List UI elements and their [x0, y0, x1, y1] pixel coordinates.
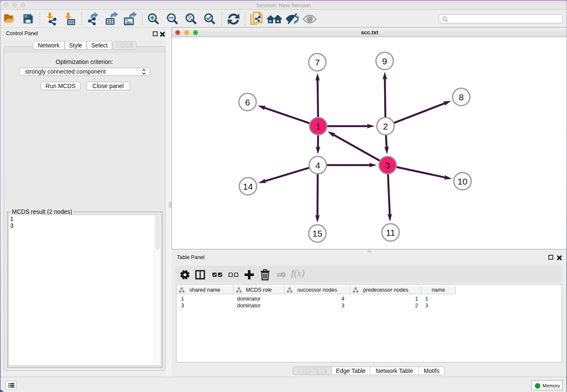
svg-text:2: 2	[383, 121, 388, 131]
svg-text:11: 11	[386, 227, 395, 237]
svg-text:3: 3	[385, 160, 390, 170]
svg-text:6: 6	[245, 97, 250, 107]
svg-text:1: 1	[316, 121, 321, 131]
svg-text:8: 8	[459, 92, 464, 102]
svg-text:14: 14	[243, 181, 253, 191]
svg-text:f(x): f(x)	[291, 268, 305, 279]
svg-text:15: 15	[312, 229, 322, 238]
svg-text:7: 7	[315, 57, 320, 67]
svg-text:9: 9	[382, 56, 387, 66]
svg-text:4: 4	[315, 160, 320, 170]
svg-text:10: 10	[457, 176, 467, 186]
